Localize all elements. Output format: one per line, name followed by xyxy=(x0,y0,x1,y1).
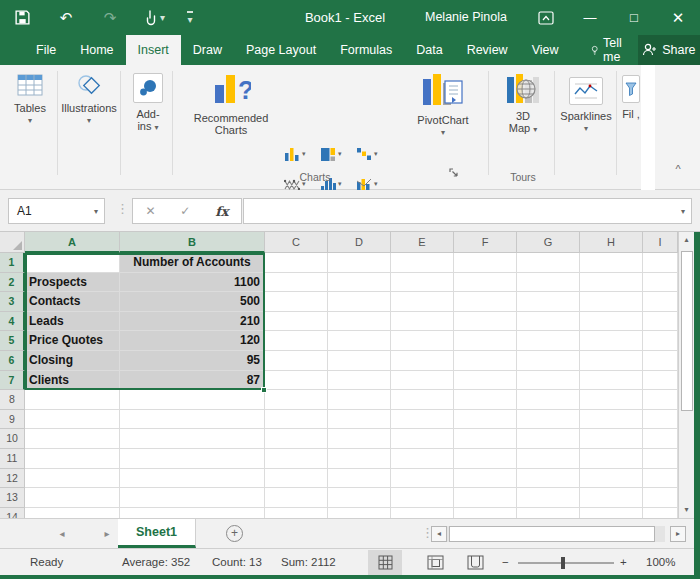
column-header-B[interactable]: B xyxy=(120,232,265,253)
cell-B10[interactable] xyxy=(120,429,265,449)
cell-B11[interactable] xyxy=(120,449,265,469)
sparklines-button[interactable]: Sparklines ▾ xyxy=(557,77,615,133)
cell-C12[interactable] xyxy=(265,469,328,489)
cell-E5[interactable] xyxy=(391,331,454,351)
ribbon-display-options-icon[interactable] xyxy=(524,0,568,35)
column-header-D[interactable]: D xyxy=(328,232,391,253)
cell-D9[interactable] xyxy=(328,410,391,430)
cell-B8[interactable] xyxy=(120,390,265,410)
cell-D4[interactable] xyxy=(328,312,391,332)
cell-H3[interactable] xyxy=(580,292,643,312)
cell-D13[interactable] xyxy=(328,488,391,508)
3d-map-button[interactable]: 3D Map ▾ xyxy=(496,73,550,136)
cell-D11[interactable] xyxy=(328,449,391,469)
redo-icon[interactable]: ↷ xyxy=(88,9,132,27)
cell-F10[interactable] xyxy=(454,429,517,449)
cell-E9[interactable] xyxy=(391,410,454,430)
share-button[interactable]: Share xyxy=(638,35,700,65)
cell-H8[interactable] xyxy=(580,390,643,410)
column-header-E[interactable]: E xyxy=(391,232,454,253)
cell-C2[interactable] xyxy=(265,273,328,293)
cell-G11[interactable] xyxy=(517,449,580,469)
tell-me-box[interactable]: Tell me xyxy=(583,35,638,65)
cell-I14[interactable] xyxy=(643,508,678,518)
cell-C10[interactable] xyxy=(265,429,328,449)
cell-G5[interactable] xyxy=(517,331,580,351)
cell-C14[interactable] xyxy=(265,508,328,518)
collapse-ribbon-icon[interactable]: ^ xyxy=(668,163,688,175)
tab-page-layout[interactable]: Page Layout xyxy=(234,35,328,65)
cell-H1[interactable] xyxy=(580,253,643,273)
cell-B5[interactable]: 120 xyxy=(120,331,265,351)
cell-D2[interactable] xyxy=(328,273,391,293)
cell-F7[interactable] xyxy=(454,371,517,391)
cell-B2[interactable]: 1100 xyxy=(120,273,265,293)
cell-A2[interactable]: Prospects xyxy=(25,273,120,293)
insert-waterfall-chart-button[interactable]: ▾ xyxy=(356,141,386,167)
tab-file[interactable]: File xyxy=(24,35,68,65)
page-layout-view-button[interactable] xyxy=(418,550,452,575)
expand-formula-bar-icon[interactable]: ▾ xyxy=(681,207,685,216)
zoom-slider-thumb[interactable] xyxy=(561,557,565,569)
horizontal-scroll-thumb[interactable] xyxy=(449,526,655,542)
cancel-icon[interactable]: ✕ xyxy=(145,204,155,218)
row-header-14[interactable]: 14 xyxy=(0,508,25,518)
cell-C13[interactable] xyxy=(265,488,328,508)
cell-F11[interactable] xyxy=(454,449,517,469)
cell-D1[interactable] xyxy=(328,253,391,273)
enter-icon[interactable]: ✓ xyxy=(180,204,190,218)
cell-H7[interactable] xyxy=(580,371,643,391)
cell-H4[interactable] xyxy=(580,312,643,332)
illustrations-button[interactable]: Illustrations ▾ xyxy=(58,73,120,125)
fill-handle[interactable] xyxy=(261,387,267,393)
customize-qat-icon[interactable]: ▾ xyxy=(176,11,204,25)
cell-I3[interactable] xyxy=(643,292,678,312)
column-header-C[interactable]: C xyxy=(265,232,328,253)
cell-E3[interactable] xyxy=(391,292,454,312)
tab-view[interactable]: View xyxy=(520,35,571,65)
row-header-9[interactable]: 9 xyxy=(0,410,25,430)
scroll-left-icon[interactable]: ◂ xyxy=(431,526,447,542)
cell-D3[interactable] xyxy=(328,292,391,312)
cell-B9[interactable] xyxy=(120,410,265,430)
tab-data[interactable]: Data xyxy=(404,35,454,65)
cell-H5[interactable] xyxy=(580,331,643,351)
cell-F4[interactable] xyxy=(454,312,517,332)
cell-F1[interactable] xyxy=(454,253,517,273)
tab-draw[interactable]: Draw xyxy=(181,35,234,65)
cell-I13[interactable] xyxy=(643,488,678,508)
cell-A13[interactable] xyxy=(25,488,120,508)
cell-F3[interactable] xyxy=(454,292,517,312)
cell-B12[interactable] xyxy=(120,469,265,489)
cell-B14[interactable] xyxy=(120,508,265,518)
cell-D12[interactable] xyxy=(328,469,391,489)
cell-D10[interactable] xyxy=(328,429,391,449)
cell-A1[interactable] xyxy=(25,253,120,273)
select-all-corner[interactable] xyxy=(0,232,25,253)
cell-E10[interactable] xyxy=(391,429,454,449)
previous-sheet-icon[interactable]: ◂ xyxy=(52,519,72,549)
row-header-3[interactable]: 3 xyxy=(0,292,25,312)
cell-A8[interactable] xyxy=(25,390,120,410)
cell-E7[interactable] xyxy=(391,371,454,391)
add-ins-button[interactable]: Add-ins ▾ xyxy=(124,73,172,134)
cell-H14[interactable] xyxy=(580,508,643,518)
zoom-level[interactable]: 100% xyxy=(646,549,675,576)
cell-G13[interactable] xyxy=(517,488,580,508)
cell-E13[interactable] xyxy=(391,488,454,508)
cell-I9[interactable] xyxy=(643,410,678,430)
maximize-button[interactable]: □ xyxy=(612,0,656,35)
cell-G4[interactable] xyxy=(517,312,580,332)
cell-B13[interactable] xyxy=(120,488,265,508)
cell-F8[interactable] xyxy=(454,390,517,410)
cell-I6[interactable] xyxy=(643,351,678,371)
tab-formulas[interactable]: Formulas xyxy=(328,35,404,65)
cell-A11[interactable] xyxy=(25,449,120,469)
cell-E14[interactable] xyxy=(391,508,454,518)
row-header-2[interactable]: 2 xyxy=(0,273,25,293)
cell-F2[interactable] xyxy=(454,273,517,293)
cell-H12[interactable] xyxy=(580,469,643,489)
row-header-6[interactable]: 6 xyxy=(0,351,25,371)
cell-D8[interactable] xyxy=(328,390,391,410)
cell-H11[interactable] xyxy=(580,449,643,469)
